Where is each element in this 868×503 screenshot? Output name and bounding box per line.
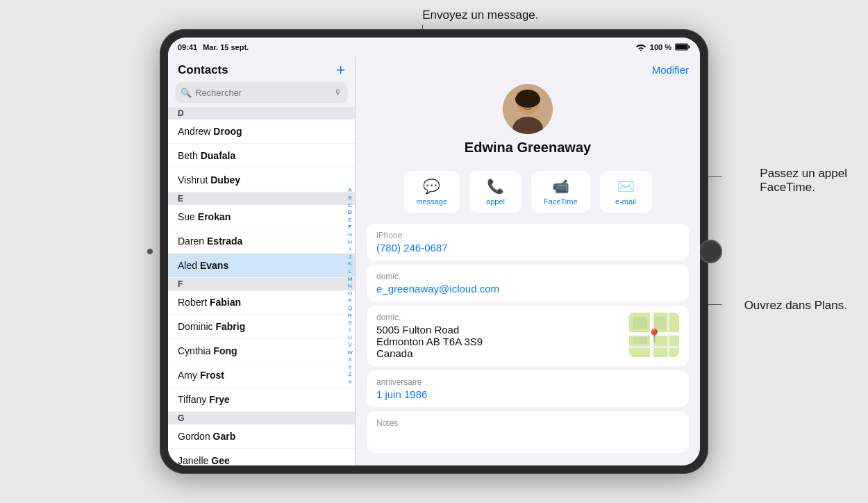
alpha-l[interactable]: L [349, 268, 351, 275]
list-item[interactable]: Dominic Fabrig [168, 315, 355, 339]
home-button[interactable] [699, 240, 722, 263]
address-card: domic. 5005 Fulton Road Edmonton AB T6A … [367, 306, 689, 366]
contacts-list[interactable]: D Andrew Droog Beth Duafala Vishrut Dube… [168, 107, 355, 465]
map-pin: 📍 [646, 328, 662, 343]
alpha-g[interactable]: G [348, 231, 352, 238]
alpha-c[interactable]: C [348, 202, 352, 209]
callout-message: Envoyez un message. [422, 8, 538, 22]
alpha-o[interactable]: O [348, 290, 352, 297]
svg-point-10 [531, 101, 533, 104]
list-item[interactable]: Amy Frost [168, 363, 355, 388]
message-label: message [416, 197, 447, 206]
list-item[interactable]: Janelle Gee [168, 449, 355, 465]
edit-button[interactable]: Modifier [652, 64, 689, 76]
alpha-k[interactable]: K [348, 261, 351, 267]
alpha-s[interactable]: S [348, 320, 351, 327]
alpha-m[interactable]: M [348, 276, 353, 283]
svg-rect-2 [676, 44, 687, 49]
alpha-q[interactable]: Q [348, 305, 352, 312]
alpha-r[interactable]: R [348, 313, 352, 320]
ipad-frame: 09:41 Mar. 15 sept. 100 % [160, 29, 708, 474]
section-header-f: F [168, 278, 355, 290]
alpha-hash[interactable]: # [349, 379, 351, 386]
alpha-w[interactable]: W [347, 349, 353, 356]
call-button[interactable]: 📞 appel [469, 171, 521, 213]
phone-card: iPhone (780) 246-0687 [367, 224, 689, 261]
list-item[interactable]: Vishrut Dubey [168, 168, 355, 192]
svg-point-0 [640, 50, 642, 51]
alpha-f[interactable]: F [349, 224, 352, 231]
address-label: domic. [376, 313, 622, 322]
notes-label: Notes [376, 418, 679, 428]
email-value[interactable]: e_greenaway@icloud.com [376, 283, 679, 295]
birthday-label: anniversaire [376, 377, 679, 387]
battery-label: 100 % [650, 43, 671, 51]
list-item[interactable]: Robert Fabian [168, 290, 355, 315]
phone-value[interactable]: (780) 246-0687 [376, 242, 679, 254]
list-item[interactable]: Tiffany Frye [168, 388, 355, 412]
alpha-i[interactable]: I [349, 246, 351, 253]
search-icon: 🔍 [181, 88, 192, 98]
alpha-u[interactable]: U [348, 334, 352, 341]
call-label: appel [486, 197, 505, 206]
list-item[interactable]: Cynthia Fong [168, 339, 355, 363]
alpha-p[interactable]: P [348, 297, 351, 304]
action-buttons: 💬 message 📞 appel 📹 FaceTime ✉️ [356, 164, 700, 220]
notes-card: Notes [367, 411, 689, 453]
list-item[interactable]: Andrew Droog [168, 119, 355, 144]
search-input[interactable] [195, 88, 331, 98]
wifi-icon [635, 42, 646, 52]
facetime-icon: 📹 [552, 178, 569, 195]
map-thumbnail[interactable]: 📍 [629, 313, 679, 357]
message-icon: 💬 [423, 178, 440, 195]
alpha-b[interactable]: B [348, 195, 351, 201]
detail-header: Modifier [356, 57, 700, 80]
alpha-v[interactable]: V [348, 342, 351, 349]
alpha-e[interactable]: E [348, 217, 351, 224]
alpha-y[interactable]: Y [348, 364, 351, 371]
list-item[interactable]: Beth Duafala [168, 144, 355, 168]
list-item[interactable]: Gordon Garb [168, 424, 355, 449]
status-bar: 09:41 Mar. 15 sept. 100 % [168, 38, 700, 57]
address-text: domic. 5005 Fulton Road Edmonton AB T6A … [376, 313, 622, 359]
time: 09:41 [178, 43, 197, 51]
contact-profile: Edwina Greenaway [356, 80, 700, 164]
status-bar-left: 09:41 Mar. 15 sept. [178, 43, 249, 51]
section-header-e: E [168, 192, 355, 205]
section-header-g: G [168, 412, 355, 424]
alpha-a[interactable]: A [348, 187, 351, 194]
alpha-x[interactable]: X [348, 356, 351, 363]
message-button[interactable]: 💬 message [403, 171, 460, 213]
list-item[interactable]: Aled Evans [168, 254, 355, 278]
svg-rect-18 [633, 337, 647, 344]
alpha-n[interactable]: N [348, 283, 352, 290]
email-card: domic. e_greenaway@icloud.com [367, 265, 689, 302]
alpha-j[interactable]: J [349, 254, 351, 261]
alpha-index: A B C D E F G H I J K L M [345, 107, 355, 465]
sidebar-inner: D Andrew Droog Beth Duafala Vishrut Dube… [168, 107, 355, 465]
alpha-d[interactable]: D [348, 209, 352, 216]
send-message-link[interactable]: Envoyer un message [356, 457, 700, 465]
search-bar: 🔍 🎙 [175, 82, 348, 103]
alpha-h[interactable]: H [348, 239, 352, 246]
add-contact-button[interactable]: + [336, 63, 345, 78]
facetime-button[interactable]: 📹 FaceTime [531, 171, 590, 213]
svg-rect-14 [629, 346, 679, 348]
phone-label: iPhone [376, 231, 679, 240]
mic-icon[interactable]: 🎙 [334, 88, 342, 97]
address-line2: Edmonton AB T6A 3S9 [376, 336, 622, 347]
ipad-screen: 09:41 Mar. 15 sept. 100 % [168, 38, 700, 465]
list-item[interactable]: Daren Estrada [168, 229, 355, 254]
email-label: e-mail [615, 197, 636, 206]
alpha-t[interactable]: T [349, 327, 352, 334]
callout-maps: Ouvrez dans Plans. [744, 299, 847, 313]
app-body: Contacts + 🔍 🎙 D Andrew Droog Be [168, 57, 700, 465]
sidebar-header: Contacts + [168, 57, 355, 82]
alpha-z[interactable]: Z [349, 371, 352, 378]
status-bar-right: 100 % [635, 42, 690, 52]
svg-rect-3 [689, 45, 690, 48]
email-button[interactable]: ✉️ e-mail [600, 171, 652, 213]
facetime-label: FaceTime [544, 197, 578, 206]
contact-name: Edwina Greenaway [465, 140, 591, 156]
list-item[interactable]: Sue Erokan [168, 205, 355, 229]
